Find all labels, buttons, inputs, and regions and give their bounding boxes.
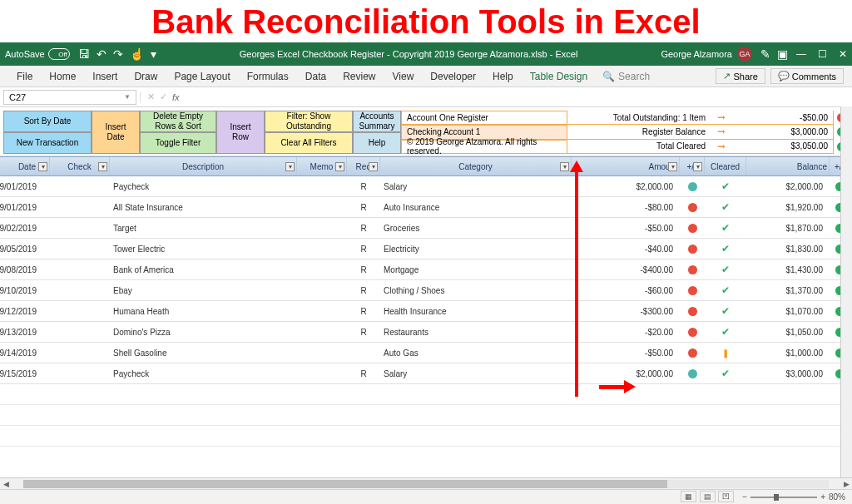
zoom-slider[interactable] <box>750 497 817 498</box>
redo-icon[interactable]: ↷ <box>113 47 123 61</box>
cell-rec[interactable]: R <box>347 363 380 383</box>
table-row[interactable]: 09/15/2019PaycheckRSalary$2,000.00✔$3,00… <box>0 363 852 384</box>
cell-balance[interactable]: $1,070.00 <box>746 301 830 321</box>
table-row[interactable]: 09/05/2019Tower ElectricRElectricity-$40… <box>0 239 852 259</box>
cell-category[interactable]: Groceries <box>380 218 572 238</box>
cell-check[interactable] <box>50 363 110 383</box>
cell-memo[interactable] <box>297 280 347 300</box>
cell-check[interactable] <box>50 301 110 321</box>
cell-rec[interactable]: R <box>347 176 380 196</box>
cell-description[interactable]: Humana Heath <box>110 301 297 321</box>
tab-data[interactable]: Data <box>297 67 334 86</box>
cell-description[interactable]: Ebay <box>110 280 297 300</box>
scroll-left-icon[interactable]: ◀ <box>0 480 12 488</box>
tab-table-design[interactable]: Table Design <box>522 67 596 86</box>
cell-balance[interactable]: $1,870.00 <box>746 218 830 238</box>
minimize-button[interactable]: — <box>796 48 806 60</box>
cell-check[interactable] <box>50 322 110 342</box>
cell-category[interactable]: Salary <box>380 176 572 196</box>
cell-rec[interactable]: R <box>347 322 380 342</box>
autosave-state[interactable]: Off <box>48 48 70 60</box>
dropdown-icon[interactable]: ▾ <box>668 162 677 171</box>
cell-amount[interactable]: -$60.00 <box>572 280 680 300</box>
table-row[interactable]: 09/14/2019Shell GasolineAuto Gas-$50.00❚… <box>0 343 852 363</box>
cell-cleared[interactable]: ✔ <box>705 176 746 196</box>
cell-date[interactable]: 09/13/2019 <box>0 322 50 342</box>
cell-balance[interactable]: $1,050.00 <box>746 322 830 342</box>
zoom-out-icon[interactable]: − <box>742 492 747 502</box>
cell-description[interactable]: Domino's Pizza <box>110 322 297 342</box>
window-mode-icon[interactable]: ▣ <box>777 47 788 61</box>
cell-cleared[interactable]: ✔ <box>705 239 746 259</box>
cell-memo[interactable] <box>297 301 347 321</box>
cell-check[interactable] <box>50 239 110 259</box>
col-description[interactable]: Description▾ <box>110 157 297 175</box>
user-account[interactable]: George Alzamora GA <box>661 47 752 62</box>
cell-date[interactable]: 09/08/2019 <box>0 259 50 279</box>
autosave-toggle[interactable]: AutoSave Off <box>5 48 70 60</box>
cell-description[interactable]: All State Insurance <box>110 197 297 217</box>
toggle-filter-button[interactable]: Toggle Filter <box>140 132 216 154</box>
share-button[interactable]: ↗Share <box>716 68 765 84</box>
cell-cleared[interactable]: ✔ <box>705 280 746 300</box>
view-normal-icon[interactable]: ▦ <box>681 491 696 502</box>
empty-row[interactable] <box>0 426 852 447</box>
dropdown-icon[interactable]: ▾ <box>285 162 295 171</box>
cell-rec[interactable]: R <box>347 197 380 217</box>
cell-check[interactable] <box>50 280 110 300</box>
cell-balance[interactable]: $2,000.00 <box>746 176 830 196</box>
undo-icon[interactable]: ↶ <box>97 47 106 61</box>
cell-amount[interactable]: $2,000.00 <box>572 363 680 383</box>
search-icon[interactable]: 🔍 <box>602 71 615 82</box>
dropdown-icon[interactable]: ▾ <box>335 162 344 171</box>
cell-date[interactable]: 09/15/2019 <box>0 363 50 383</box>
fx-icon[interactable]: fx <box>172 92 180 102</box>
table-row[interactable]: 09/10/2019EbayRClothing / Shoes-$60.00✔$… <box>0 280 852 301</box>
cell-balance[interactable]: $1,830.00 <box>746 239 830 259</box>
cell-rec[interactable]: R <box>347 280 380 300</box>
cell-category[interactable]: Mortgage <box>380 259 572 279</box>
cell-date[interactable]: 09/12/2019 <box>0 301 50 321</box>
cell-memo[interactable] <box>297 259 347 279</box>
cell-description[interactable]: Bank of America <box>110 259 297 279</box>
filter-outstanding-button[interactable]: Filter: Show Outstanding <box>265 111 353 132</box>
cell-amount[interactable]: -$300.00 <box>572 301 680 321</box>
scroll-thumb[interactable] <box>23 480 667 488</box>
cell-category[interactable]: Auto Insurance <box>380 197 572 217</box>
clear-filters-button[interactable]: Clear All Filters <box>265 132 353 154</box>
cell-date[interactable]: 09/14/2019 <box>0 343 50 363</box>
search-placeholder[interactable]: Search <box>618 71 650 82</box>
cell-check[interactable] <box>50 259 110 279</box>
col-date[interactable]: Date▾ <box>0 157 50 175</box>
formula-input[interactable] <box>186 91 852 104</box>
cell-category[interactable]: Health Insurance <box>380 301 572 321</box>
cell-category[interactable]: Restaurants <box>380 322 572 342</box>
view-page-icon[interactable]: ▤ <box>700 491 716 502</box>
cell-rec[interactable]: R <box>347 239 380 259</box>
cell-memo[interactable] <box>297 218 347 238</box>
cell-date[interactable]: 09/01/2019 <box>0 176 50 196</box>
tab-view[interactable]: View <box>384 67 423 86</box>
cell-amount[interactable]: -$50.00 <box>572 343 680 363</box>
empty-row[interactable] <box>0 384 852 405</box>
cell-cleared[interactable]: ✔ <box>705 197 746 217</box>
new-transaction-button[interactable]: New Transaction <box>3 132 92 154</box>
cell-balance[interactable]: $1,430.00 <box>746 259 830 279</box>
cell-category[interactable]: Salary <box>380 363 572 383</box>
tab-review[interactable]: Review <box>334 67 384 86</box>
table-row[interactable]: 09/01/2019All State InsuranceRAuto Insur… <box>0 197 852 218</box>
help-button[interactable]: Help <box>353 132 401 154</box>
cell-balance[interactable]: $1,920.00 <box>746 197 830 217</box>
cell-memo[interactable] <box>297 363 347 383</box>
cell-amount[interactable]: -$40.00 <box>572 239 680 259</box>
insert-date-button[interactable]: Insert Date <box>92 111 140 154</box>
dropdown-icon[interactable]: ▾ <box>38 162 47 171</box>
dropdown-icon[interactable]: ▾ <box>560 162 569 171</box>
touch-icon[interactable]: ☝ <box>130 47 144 61</box>
save-icon[interactable]: 🖫 <box>78 47 90 61</box>
cell-description[interactable]: Paycheck <box>110 363 297 383</box>
cell-amount[interactable]: -$20.00 <box>572 322 680 342</box>
cell-rec[interactable]: R <box>347 218 380 238</box>
cell-check[interactable] <box>50 197 110 217</box>
cell-rec[interactable] <box>347 343 380 363</box>
